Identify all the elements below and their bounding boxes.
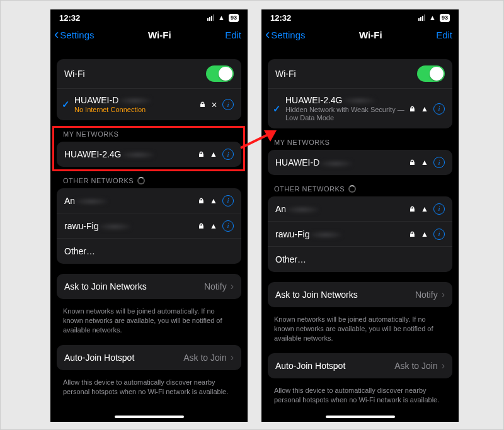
auto-join-footer: Allow this device to automatically disco… (50, 374, 248, 397)
network-ssid: rawu-Fig (275, 229, 309, 239)
checkmark-icon: ✓ (62, 99, 73, 110)
info-icon[interactable]: i (222, 149, 234, 160)
nav-bar: ‹Settings Wi-Fi Edit (50, 24, 248, 48)
status-bar: 12:32 ▲ 93 (50, 9, 248, 24)
wifi-signal-icon: ▲ (421, 158, 428, 167)
lock-icon: 🔒︎ (409, 230, 416, 238)
page-title: Wi-Fi (148, 30, 171, 40)
ask-join-value: Notify (204, 281, 227, 291)
network-row[interactable]: rawu-Fig 🔒︎▲i (57, 213, 241, 239)
other-networks-group: An 🔒︎▲i rawu-Fig 🔒︎▲i Other… (268, 196, 452, 272)
edit-button[interactable]: Edit (436, 30, 452, 40)
my-networks-group: HUAWEI-2.4G 🔒︎ ▲ i (57, 142, 241, 167)
home-indicator (326, 416, 395, 418)
info-icon[interactable]: i (433, 203, 445, 215)
info-icon[interactable]: i (433, 103, 445, 115)
wifi-signal-icon: ▲ (210, 150, 217, 159)
other-networks-header: OTHER NETWORKS (261, 185, 459, 196)
info-icon[interactable]: i (222, 99, 234, 110)
ask-join-group: Ask to Join Networks Notify › (57, 274, 241, 299)
chevron-left-icon: ‹ (265, 28, 270, 42)
wifi-signal-icon: ▲ (421, 230, 428, 239)
network-ssid: rawu-Fig (64, 221, 98, 231)
lock-icon: 🔒︎ (409, 105, 416, 113)
network-row[interactable]: HUAWEI-2.4G 🔒︎ ▲ i (57, 142, 241, 167)
page-title: Wi-Fi (359, 30, 382, 40)
auto-join-label: Auto-Join Hotspot (64, 353, 183, 363)
wifi-status-icon: ▲ (429, 14, 436, 21)
ask-join-footer: Known networks will be joined automatica… (50, 303, 248, 335)
ask-join-row[interactable]: Ask to Join Networks Notify › (268, 282, 452, 307)
ask-join-label: Ask to Join Networks (64, 281, 204, 291)
auto-join-footer: Allow this device to automatically disco… (261, 382, 459, 405)
battery-icon: 93 (440, 14, 450, 22)
network-row[interactable]: HUAWEI-D 🔒︎▲i (268, 150, 452, 175)
ask-join-value: Notify (415, 290, 438, 300)
status-time: 12:32 (59, 13, 80, 23)
network-ssid: HUAWEI-2.4G (64, 149, 122, 159)
ask-join-footer: Known networks will be joined automatica… (261, 311, 459, 343)
network-row[interactable]: rawu-Fig 🔒︎▲i (268, 222, 452, 247)
auto-join-group: Auto-Join Hotspot Ask to Join › (57, 345, 241, 370)
wifi-signal-icon: ▲ (210, 196, 217, 205)
back-button[interactable]: ‹Settings (265, 28, 306, 42)
wifi-status-icon: ▲ (218, 14, 225, 21)
chevron-right-icon: › (231, 281, 234, 292)
lock-icon: 🔒︎ (409, 205, 416, 213)
lock-icon: 🔒︎ (198, 197, 205, 205)
chevron-left-icon: ‹ (54, 28, 59, 42)
other-network-row[interactable]: Other… (57, 239, 241, 264)
info-icon[interactable]: i (222, 195, 234, 207)
edit-button[interactable]: Edit (225, 30, 241, 40)
nav-bar: ‹Settings Wi-Fi Edit (261, 24, 459, 48)
ask-join-row[interactable]: Ask to Join Networks Notify › (57, 274, 241, 299)
my-networks-group: HUAWEI-D 🔒︎▲i (268, 150, 452, 175)
ssid-obscured (122, 151, 154, 159)
other-networks-group: An 🔒︎▲i rawu-Fig 🔒︎▲i Other… (57, 188, 241, 264)
wifi-toggle[interactable] (206, 65, 234, 82)
info-icon[interactable]: i (433, 157, 445, 168)
battery-icon: 93 (229, 14, 239, 22)
network-row[interactable]: An 🔒︎▲i (268, 196, 452, 222)
my-networks-header: MY NETWORKS (261, 139, 459, 150)
auto-join-row[interactable]: Auto-Join Hotspot Ask to Join › (268, 353, 452, 378)
lock-icon: 🔒︎ (199, 101, 206, 108)
phone-screenshot-left: 12:32 ▲ 93 ‹Settings Wi-Fi Edit Wi-Fi ✓ … (50, 9, 248, 422)
chevron-right-icon: › (442, 360, 445, 371)
wifi-toggle[interactable] (417, 65, 445, 82)
connected-network-row[interactable]: ✓ HUAWEI-D No Internet Connection 🔒︎ ⨯ i (57, 89, 241, 120)
connected-subtitle: No Internet Connection (74, 106, 199, 114)
connected-subtitle: Hidden Network with Weak Security — Low … (285, 106, 409, 122)
ask-join-label: Ask to Join Networks (275, 290, 415, 300)
wifi-toggle-group: Wi-Fi ✓ HUAWEI-D No Internet Connection … (57, 59, 241, 120)
auto-join-label: Auto-Join Hotspot (275, 361, 394, 371)
other-network-row[interactable]: Other… (268, 247, 452, 272)
wifi-toggle-row: Wi-Fi (268, 59, 452, 89)
connected-ssid: HUAWEI-2.4G (285, 95, 343, 105)
network-row[interactable]: An 🔒︎▲i (57, 188, 241, 213)
info-icon[interactable]: i (222, 220, 234, 232)
back-button[interactable]: ‹Settings (54, 28, 94, 42)
auto-join-row[interactable]: Auto-Join Hotspot Ask to Join › (57, 345, 241, 370)
cellular-icon (418, 14, 425, 21)
network-ssid: HUAWEI-D (275, 157, 319, 167)
ask-join-group: Ask to Join Networks Notify › (268, 282, 452, 307)
network-ssid: An (64, 196, 75, 206)
chevron-right-icon: › (442, 289, 445, 300)
auto-join-value: Ask to Join (394, 361, 437, 371)
wifi-signal-icon: ▲ (421, 105, 428, 113)
lock-icon: 🔒︎ (198, 222, 205, 230)
lock-icon: 🔒︎ (198, 150, 205, 158)
connected-ssid: HUAWEI-D (74, 95, 118, 105)
lock-icon: 🔒︎ (409, 159, 416, 166)
spinner-icon (137, 177, 145, 184)
status-bar: 12:32 ▲ 93 (261, 9, 459, 24)
status-time: 12:32 (270, 13, 291, 23)
network-ssid: An (275, 204, 286, 214)
ssid-obscured (309, 231, 342, 239)
info-icon[interactable]: i (433, 229, 445, 240)
wifi-signal-icon: ▲ (421, 205, 428, 213)
connected-network-row[interactable]: ✓ HUAWEI-2.4G Hidden Network with Weak S… (268, 89, 452, 128)
auto-join-value: Ask to Join (183, 353, 226, 363)
ssid-obscured (343, 97, 375, 105)
